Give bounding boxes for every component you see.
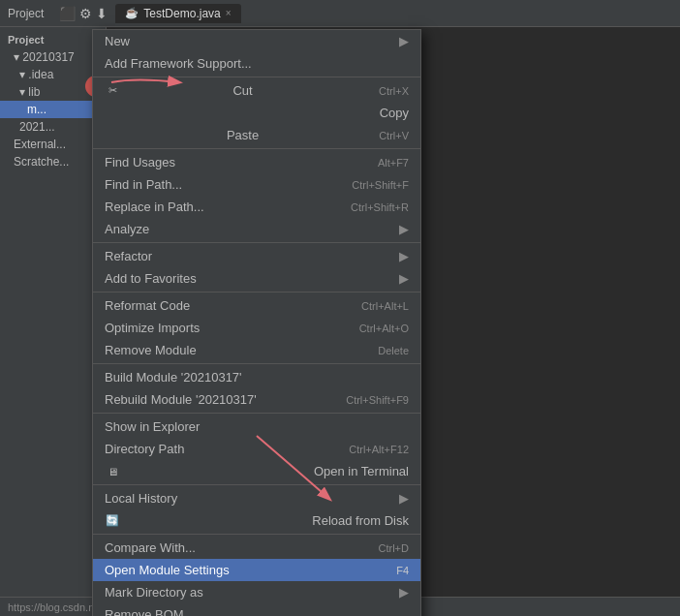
shortcut-dir-path: Ctrl+Alt+F12 [349,444,409,455]
top-bar: Project ⬛ ⚙ ⬇ ☕ TestDemo.java × [0,0,680,27]
shortcut-optimize: Ctrl+Alt+O [359,323,409,334]
menu-item-compare-with[interactable]: Compare With... Ctrl+D [93,537,420,559]
menu-item-paste[interactable]: Paste Ctrl+V [93,124,420,146]
sidebar-item-20210317[interactable]: ▾ 20210317 [0,48,106,66]
project-sidebar: Project ▾ 20210317 ▾ .idea ▾ lib m... 20… [0,27,107,597]
shortcut-paste: Ctrl+V [379,130,409,141]
menu-item-find-in-path[interactable]: Find in Path... Ctrl+Shift+F [93,173,420,196]
menu-item-reformat[interactable]: Reformat Code Ctrl+Alt+L [93,294,420,317]
arrow-icon-analyze: ▶ [399,222,409,236]
shortcut-replace-path: Ctrl+Shift+R [351,201,409,213]
divider-5 [93,363,420,364]
menu-item-build-module[interactable]: Build Module '20210317' [93,366,420,388]
toolbar-icon-3[interactable]: ⬇ [96,6,108,21]
menu-label-find-in-path: Find in Path... [105,177,182,192]
menu-item-analyze[interactable]: Analyze ▶ [93,218,420,240]
menu-item-copy[interactable]: Copy [93,102,420,124]
menu-label-rebuild-module: Rebuild Module '20210317' [105,392,257,407]
tab-testdemo[interactable]: ☕ TestDemo.java × [115,4,240,23]
divider-1 [93,77,420,77]
menu-item-rebuild-module[interactable]: Rebuild Module '20210317' Ctrl+Shift+F9 [93,388,420,411]
menu-label-show-explorer: Show in Explorer [105,419,200,434]
menu-item-open-module-settings[interactable]: Open Module Settings F4 [93,559,420,581]
menu-label-reformat: Reformat Code [105,298,190,313]
menu-item-show-explorer[interactable]: Show in Explorer [93,416,420,438]
menu-label-analyze: Analyze [105,222,149,236]
divider-6 [93,413,420,414]
menu-item-optimize-imports[interactable]: Optimize Imports Ctrl+Alt+O [93,317,420,339]
context-menu: New ▶ Add Framework Support... ✂ Cut Ctr… [92,29,421,616]
arrow-icon-refactor: ▶ [399,249,409,263]
tab-label: TestDemo.java [143,7,220,20]
menu-item-local-history[interactable]: Local History ▶ [93,487,420,509]
menu-label-local-history: Local History [105,491,177,506]
divider-4 [93,292,420,293]
menu-label-compare-with: Compare With... [105,540,196,555]
divider-2 [93,148,420,149]
arrow-icon-new: ▶ [399,34,409,48]
menu-item-replace-in-path[interactable]: Replace in Path... Ctrl+Shift+R [93,196,420,218]
menu-label-new: New [105,34,130,48]
cut-icon: ✂ [105,84,120,97]
menu-label-add-favorites: Add to Favorites [105,271,197,286]
sidebar-item-external[interactable]: External... [0,136,106,153]
reload-icon: 🔄 [105,514,120,527]
sidebar-item-scratches[interactable]: Scratche... [0,153,106,170]
shortcut-find-usages: Alt+F7 [378,157,409,169]
menu-item-find-usages[interactable]: Find Usages Alt+F7 [93,151,420,173]
menu-label-replace-in-path: Replace in Path... [105,200,204,214]
menu-item-open-terminal[interactable]: 🖥 Open in Terminal [93,460,420,482]
menu-item-cut[interactable]: ✂ Cut Ctrl+X [93,79,420,102]
menu-item-mark-directory[interactable]: Mark Directory as ▶ [93,581,420,603]
toolbar-icon-2[interactable]: ⚙ [79,6,92,21]
menu-item-new[interactable]: New ▶ [93,30,420,52]
menu-item-reload-disk[interactable]: 🔄 Reload from Disk [93,509,420,532]
menu-item-add-favorites[interactable]: Add to Favorites ▶ [93,267,420,290]
menu-label-open-module-settings: Open Module Settings [105,563,230,577]
divider-8 [93,534,420,535]
menu-item-refactor[interactable]: Refactor ▶ [93,245,420,267]
divider-3 [93,242,420,243]
menu-label-mark-directory: Mark Directory as [105,585,203,600]
menu-item-remove-module[interactable]: Remove Module Delete [93,339,420,361]
shortcut-open-module: F4 [396,565,409,576]
menu-label-open-terminal: Open in Terminal [314,464,409,478]
shortcut-rebuild: Ctrl+Shift+F9 [346,394,409,406]
toolbar-icon-1[interactable]: ⬛ [59,6,76,21]
sidebar-item-module[interactable]: m... [0,101,106,118]
shortcut-remove-module: Delete [378,345,409,356]
menu-label-find-usages: Find Usages [105,155,175,169]
menu-label-copy: Copy [380,106,409,120]
menu-label-reload-disk: Reload from Disk [312,513,409,528]
menu-item-directory-path[interactable]: Directory Path Ctrl+Alt+F12 [93,438,420,460]
divider-7 [93,484,420,485]
terminal-icon: 🖥 [105,466,120,477]
tab-close-button[interactable]: × [226,8,232,18]
shortcut-compare: Ctrl+D [379,542,409,554]
arrow-icon-local-history: ▶ [399,491,409,506]
sidebar-header: Project [0,31,106,48]
menu-label-optimize-imports: Optimize Imports [105,321,200,335]
menu-label-build-module: Build Module '20210317' [105,370,242,385]
arrow-icon-mark-directory: ▶ [399,585,409,600]
project-label: Project [8,7,44,20]
menu-label-remove-bom: Remove BOM [105,607,184,616]
menu-item-remove-bom[interactable]: Remove BOM [93,603,420,616]
menu-label-paste: Paste [227,128,259,142]
shortcut-cut: Ctrl+X [379,85,409,97]
sidebar-item-2021[interactable]: 2021... [0,118,106,136]
menu-label-add-framework: Add Framework Support... [105,56,252,71]
menu-label-refactor: Refactor [105,249,152,263]
shortcut-reformat: Ctrl+Alt+L [361,300,409,312]
menu-label-cut: Cut [232,83,252,98]
menu-item-add-framework[interactable]: Add Framework Support... [93,52,420,75]
arrow-icon-favorites: ▶ [399,271,409,286]
menu-label-directory-path: Directory Path [105,442,184,456]
shortcut-find-path: Ctrl+Shift+F [352,179,409,191]
menu-label-remove-module: Remove Module [105,343,197,357]
